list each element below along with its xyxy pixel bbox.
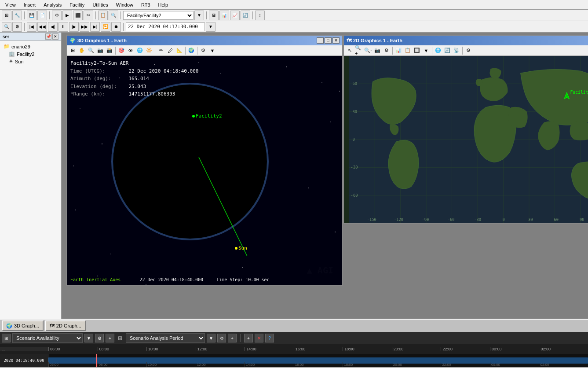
tree-facility2[interactable]: 🏢 Facility2 — [2, 50, 59, 58]
menu-insert[interactable]: Insert — [20, 1, 40, 8]
play-back-btn[interactable]: ◀◀ — [37, 22, 47, 32]
win3d-tb-14[interactable]: ⚙ — [199, 46, 208, 55]
win2d-tb-12[interactable]: ⚙ — [464, 46, 473, 55]
tl-btn-3[interactable]: ⚙ — [95, 334, 104, 342]
win2d-tb-9[interactable]: 🌐 — [434, 46, 442, 55]
svg-text:0: 0 — [503, 217, 505, 222]
record-btn[interactable]: ⏺ — [111, 22, 121, 32]
tl-btn-del[interactable]: ✕ — [255, 334, 263, 342]
win2d-tb-cursor[interactable]: ↖ — [345, 46, 354, 55]
win2d-tb-11[interactable]: 📡 — [452, 46, 461, 55]
win3d-tb-8[interactable]: 🌐 — [135, 46, 144, 55]
tl-btn-help[interactable]: ? — [265, 334, 274, 342]
win3d-tb-10[interactable]: ✏ — [157, 46, 165, 55]
view-2d-viewport[interactable]: 60 30 0 -30 -60 -150 -120 -90 -60 -30 0 … — [344, 56, 588, 223]
hud-azimuth: Azimuth (deg): 165.014 — [70, 75, 198, 83]
tl-btn-add[interactable]: + — [244, 334, 253, 342]
earth-globe — [111, 82, 269, 241]
pause-btn[interactable]: ⏸ — [58, 22, 68, 32]
scenario-period-combo[interactable]: Scenario Analysis Period — [126, 333, 205, 343]
win3d-tb-7[interactable]: 👁 — [126, 46, 135, 55]
panel-pin[interactable]: 📌 — [45, 33, 51, 40]
tb-btn-11[interactable]: 🖥 — [209, 11, 219, 20]
win3d-tb-4[interactable]: 📷 — [96, 46, 105, 55]
taskbar-3d-graph[interactable]: 🌍 3D Graph... — [2, 320, 44, 331]
tb-btn-13[interactable]: 📈 — [230, 11, 240, 20]
tb-btn-2[interactable]: 🔧 — [12, 11, 22, 20]
time-cursor[interactable] — [96, 354, 97, 367]
datetime-input[interactable] — [126, 22, 205, 31]
menu-view[interactable]: View — [2, 1, 19, 8]
tl-btn-1[interactable]: ⊞ — [2, 334, 11, 342]
object-combo[interactable]: Facility/Facility2 — [123, 11, 194, 20]
win-3d-close[interactable]: ✕ — [332, 37, 340, 44]
win3d-tb-3[interactable]: 🔍 — [87, 46, 95, 55]
tb-btn-7[interactable]: ⬛ — [73, 11, 83, 20]
hud-time: Time (UTCG): 22 Dec 2020 04:18:40.000 — [70, 67, 198, 75]
menu-window[interactable]: Window — [113, 1, 137, 8]
tb-btn-10[interactable]: 🔍 — [109, 11, 118, 20]
tb-btn-12[interactable]: 📊 — [219, 11, 229, 20]
win3d-tb-13[interactable]: 🌍 — [187, 46, 196, 55]
menu-utilities[interactable]: Utilities — [89, 1, 111, 8]
tb-btn-4[interactable]: 📄 — [37, 11, 47, 20]
play-step-fwd-btn[interactable]: |▶ — [69, 22, 79, 32]
play-fwd-btn[interactable]: ▶▶ — [80, 22, 89, 32]
win3d-tb-1[interactable]: ⊞ — [68, 46, 77, 55]
win-3d-minimize[interactable]: _ — [317, 37, 324, 44]
win3d-dropdown[interactable]: ▼ — [208, 46, 217, 55]
menu-rt3[interactable]: RT3 — [138, 1, 154, 8]
taskbar-2d-label: 2D Graph... — [56, 323, 81, 328]
win3d-tb-9[interactable]: 🔆 — [145, 46, 153, 55]
tb-btn-9[interactable]: 📋 — [98, 11, 108, 20]
hud-range: *Range (km): 147151177.806393 — [70, 90, 198, 98]
win2d-tb-5[interactable]: ⚙ — [382, 46, 391, 55]
play-start-btn[interactable]: |◀ — [27, 22, 37, 32]
win2d-tb-dropdown[interactable]: ▼ — [422, 46, 431, 55]
menu-analysis[interactable]: Analysis — [40, 1, 65, 8]
tl-btn-2[interactable]: ▼ — [84, 334, 93, 342]
win3d-tb-2[interactable]: ✋ — [77, 46, 86, 55]
win3d-tb-11[interactable]: 🖊 — [166, 46, 175, 55]
tb-btn-5[interactable]: ⚙ — [52, 11, 62, 20]
tb-btn-3[interactable]: 💾 — [27, 11, 37, 20]
tb-btn-15[interactable]: ↕ — [255, 11, 265, 20]
win2d-tb-7[interactable]: 📋 — [403, 46, 412, 55]
win2d-tb-capture[interactable]: 📷 — [373, 46, 382, 55]
search-btn[interactable]: 🔍 — [2, 22, 11, 32]
ruler-10: 10:00 — [146, 347, 196, 351]
menu-help[interactable]: Help — [155, 1, 172, 8]
tb-btn-6[interactable]: ▶ — [62, 11, 72, 20]
win2d-tb-zoom-in[interactable]: 🔍+ — [354, 46, 363, 55]
menu-facility[interactable]: Facility — [66, 1, 88, 8]
tree-sun[interactable]: ☀ Sun — [2, 58, 59, 65]
tb-btn-14[interactable]: 🔄 — [241, 11, 250, 20]
win2d-tb-zoom-out[interactable]: 🔍- — [364, 46, 373, 55]
svg-point-25 — [113, 85, 267, 239]
tl-btn-7[interactable]: + — [228, 334, 237, 342]
win2d-tb-10[interactable]: 🔄 — [443, 46, 452, 55]
win3d-tb-12[interactable]: 📐 — [175, 46, 184, 55]
tb-btn-dropdown[interactable]: ▼ — [194, 11, 204, 20]
tree-scenario[interactable]: 📁 enario29 — [2, 43, 59, 50]
win2d-tb-8[interactable]: 🔲 — [413, 46, 421, 55]
win-3d-maximize[interactable]: □ — [325, 37, 332, 44]
svg-text:Facility2: Facility2 — [570, 90, 588, 95]
win2d-tb-6[interactable]: 📊 — [394, 46, 403, 55]
view-3d-viewport[interactable]: Facility2 Sun Facility2-To-Sun AER Time … — [67, 56, 342, 285]
win3d-tb-6[interactable]: 🎯 — [117, 46, 126, 55]
scenario-avail-combo[interactable]: Scenario Availability — [12, 333, 83, 343]
win3d-tb-5[interactable]: 📸 — [105, 46, 114, 55]
tb-btn-8[interactable]: ✂ — [84, 11, 93, 20]
tl-btn-4[interactable]: + — [106, 334, 114, 342]
taskbar-2d-graph[interactable]: 🗺 2D Graph... — [45, 320, 86, 331]
settings-btn[interactable]: ⚙ — [12, 22, 22, 32]
tl-btn-5[interactable]: ▼ — [207, 334, 215, 342]
tb-btn-1[interactable]: ⊞ — [2, 11, 11, 20]
play-end-btn[interactable]: ▶| — [90, 22, 100, 32]
panel-close[interactable]: ✕ — [52, 33, 58, 40]
play-step-back-btn[interactable]: ◀| — [48, 22, 58, 32]
tl-btn-6[interactable]: ⚙ — [217, 334, 226, 342]
loop-btn[interactable]: 🔁 — [101, 22, 110, 32]
datetime-dropdown[interactable]: ▼ — [206, 22, 215, 32]
